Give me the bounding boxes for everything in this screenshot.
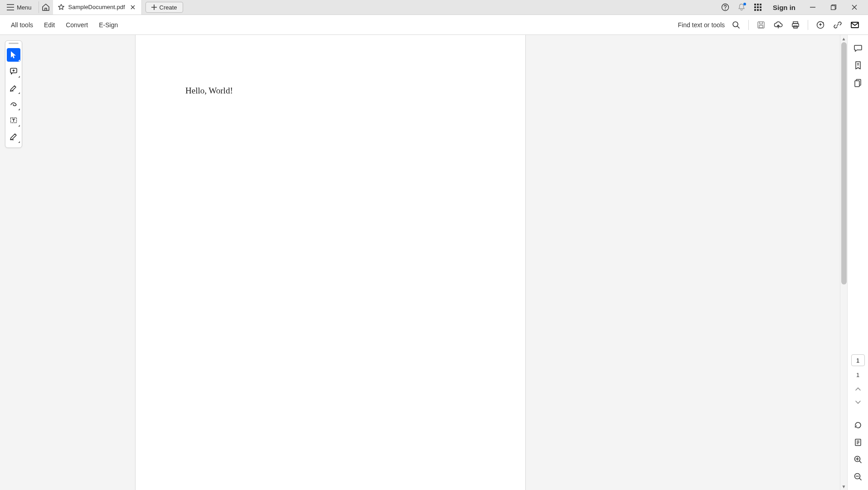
save-button[interactable] [753,17,769,33]
svg-point-13 [733,22,738,27]
envelope-icon [851,21,859,29]
scroll-down-button[interactable]: ▼ [840,483,848,490]
submenu-indicator-icon [18,59,20,61]
hamburger-icon [7,4,14,10]
separator [748,20,749,30]
tool-palette[interactable] [5,40,22,148]
notification-dot-icon [743,3,746,5]
textbox-icon [10,116,18,124]
menubar: All tools Edit Convert E-Sign Find text … [0,15,868,35]
chat-icon [853,44,863,53]
ai-assistant-button[interactable] [813,17,828,33]
chevron-down-icon [855,400,861,404]
menu-convert[interactable]: Convert [60,15,93,35]
save-icon [757,21,765,29]
current-page-input[interactable] [851,354,865,366]
share-link-button[interactable] [830,17,845,33]
chevron-up-icon [855,387,861,392]
find-text-button[interactable]: Find text or tools [678,21,727,29]
document-tab[interactable]: SampleDocument.pdf [53,0,142,15]
create-label: Create [160,4,177,11]
highlight-tool[interactable] [7,81,20,94]
document-body-text[interactable]: Hello, World! [185,86,233,96]
menu-label: Menu [17,4,32,11]
document-page[interactable]: Hello, World! [135,35,526,490]
ai-sparkle-icon [816,20,825,29]
chevron-up-icon: ▲ [842,36,846,41]
svg-rect-8 [754,9,756,11]
svg-rect-4 [760,4,761,5]
home-button[interactable] [39,1,53,13]
menubar-right: Find text or tools [678,17,863,33]
menu-esign[interactable]: E-Sign [93,15,123,35]
select-tool[interactable] [7,48,20,62]
canvas-right-gutter: ▲ ▼ [526,35,847,490]
window-restore-button[interactable] [824,1,844,14]
menu-label: E-Sign [99,21,118,29]
link-icon [834,21,842,29]
window-minimize-button[interactable] [803,1,823,14]
submenu-indicator-icon [18,141,20,143]
scroll-up-button[interactable]: ▲ [840,35,848,42]
comments-panel-button[interactable] [850,41,866,55]
svg-rect-15 [759,25,763,28]
home-icon [42,3,50,11]
create-button[interactable]: Create [145,2,183,13]
window-close-button[interactable] [844,1,864,14]
svg-rect-14 [758,22,764,28]
textbox-tool[interactable] [7,113,20,127]
vertical-scrollbar[interactable]: ▲ ▼ [840,35,847,490]
svg-point-1 [725,9,726,10]
separator [808,20,808,30]
svg-rect-25 [855,81,859,87]
share-email-button[interactable] [847,17,863,33]
thumbnails-panel-button[interactable] [850,76,866,89]
scroll-thumb[interactable] [841,42,847,284]
scroll-track[interactable] [840,42,848,483]
apps-button[interactable] [750,1,766,14]
sign-tool[interactable] [7,130,20,143]
zoom-in-icon [853,455,863,464]
zoom-in-button[interactable] [850,453,866,466]
palette-grip[interactable] [9,43,19,44]
svg-rect-2 [754,4,756,5]
page-display-icon [853,438,863,447]
workspace: Hello, World! ▲ ▼ [0,35,868,490]
close-icon [852,5,857,10]
signin-button[interactable]: Sign in [766,4,802,11]
upload-button[interactable] [771,17,786,33]
total-pages-label: 1 [856,372,859,378]
help-icon [721,3,729,11]
titlebar-right: Sign in [718,1,866,14]
print-button[interactable] [788,17,803,33]
menu-edit[interactable]: Edit [39,15,60,35]
menu-all-tools[interactable]: All tools [5,15,39,35]
page-display-button[interactable] [850,436,866,449]
next-page-button[interactable] [851,397,865,407]
notifications-button[interactable] [734,1,749,14]
rotate-button[interactable] [850,418,866,432]
submenu-indicator-icon [18,125,20,127]
svg-rect-6 [757,6,759,8]
comment-tool[interactable] [7,64,20,78]
menubar-left: All tools Edit Convert E-Sign [5,15,123,35]
find-search-button[interactable] [728,17,744,33]
restore-icon [831,5,836,10]
right-rail: 1 [847,35,868,490]
tab-close-button[interactable] [129,3,137,11]
svg-rect-12 [831,6,835,10]
apps-grid-icon [754,4,761,11]
prev-page-button[interactable] [851,385,865,394]
zoom-out-button[interactable] [850,470,866,484]
bookmarks-panel-button[interactable] [850,59,866,72]
cloud-upload-icon [774,21,783,29]
menu-button[interactable]: Menu [2,1,37,13]
menu-label: Convert [66,21,88,29]
bookmark-icon [853,61,863,70]
signature-icon [10,132,18,141]
draw-tool[interactable] [7,97,20,111]
tab-title: SampleDocument.pdf [68,4,125,10]
find-label: Find text or tools [678,21,725,29]
help-button[interactable] [718,1,733,14]
star-icon[interactable] [58,4,65,11]
